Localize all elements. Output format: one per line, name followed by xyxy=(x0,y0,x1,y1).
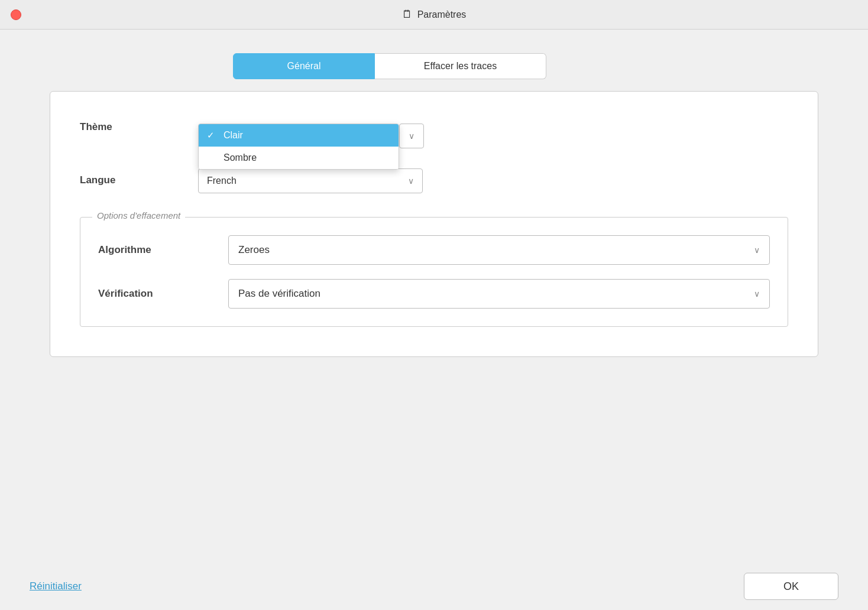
title-bar: 🗒 Paramètres xyxy=(0,0,868,30)
theme-dropdown-menu[interactable]: ✓ Clair Sombre xyxy=(198,124,399,170)
langue-row: Langue French ∨ xyxy=(80,168,788,193)
tabs-container: Général Effacer les traces xyxy=(233,53,635,79)
algorithme-dropdown[interactable]: Zeroes ∨ xyxy=(228,235,770,265)
verification-selected: Pas de vérification xyxy=(238,288,320,300)
settings-panel: Thème ✓ Clair Sombre xyxy=(50,91,818,357)
algorithme-label: Algorithme xyxy=(98,244,228,256)
verification-label: Vérification xyxy=(98,288,228,300)
bottom-bar: Réinitialiser OK xyxy=(0,563,868,610)
tab-general[interactable]: Général xyxy=(233,53,375,79)
title-text: Paramètres xyxy=(417,9,467,20)
theme-control: ✓ Clair Sombre ∨ xyxy=(198,115,788,126)
algorithme-selected: Zeroes xyxy=(238,244,270,256)
theme-label: Thème xyxy=(80,115,198,133)
langue-dropdown[interactable]: French ∨ xyxy=(198,168,423,193)
verification-chevron-icon: ∨ xyxy=(754,289,760,298)
theme-option-clair[interactable]: ✓ Clair xyxy=(199,124,399,147)
tab-effacer[interactable]: Effacer les traces xyxy=(375,53,546,79)
main-content: Général Effacer les traces Thème ✓ Clair xyxy=(0,30,868,381)
algorithme-chevron-icon: ∨ xyxy=(754,245,760,255)
theme-chevron-icon: ∨ xyxy=(409,131,414,141)
check-icon: ✓ xyxy=(207,130,219,141)
verification-dropdown[interactable]: Pas de vérification ∨ xyxy=(228,279,770,309)
verification-row: Vérification Pas de vérification ∨ xyxy=(98,279,770,309)
window-title: 🗒 Paramètres xyxy=(402,8,467,21)
langue-label: Langue xyxy=(80,168,198,186)
ok-button[interactable]: OK xyxy=(744,573,838,600)
algorithme-row: Algorithme Zeroes ∨ xyxy=(98,235,770,265)
reinitialiser-link[interactable]: Réinitialiser xyxy=(30,580,82,592)
verification-control: Pas de vérification ∨ xyxy=(228,279,770,309)
theme-option-sombre[interactable]: Sombre xyxy=(199,147,399,169)
options-group: Options d'effacement Algorithme Zeroes ∨… xyxy=(80,217,788,327)
options-group-legend: Options d'effacement xyxy=(92,210,185,220)
theme-sombre-label: Sombre xyxy=(224,152,257,163)
title-icon: 🗒 xyxy=(402,8,413,21)
langue-control: French ∨ xyxy=(198,168,788,193)
langue-selected: French xyxy=(207,176,237,186)
theme-clair-label: Clair xyxy=(224,130,243,141)
langue-chevron-icon: ∨ xyxy=(408,176,414,186)
algorithme-control: Zeroes ∨ xyxy=(228,235,770,265)
theme-row: Thème ✓ Clair Sombre xyxy=(80,115,788,133)
theme-dropdown-button[interactable]: ∨ xyxy=(399,124,424,148)
close-button[interactable] xyxy=(11,9,21,20)
